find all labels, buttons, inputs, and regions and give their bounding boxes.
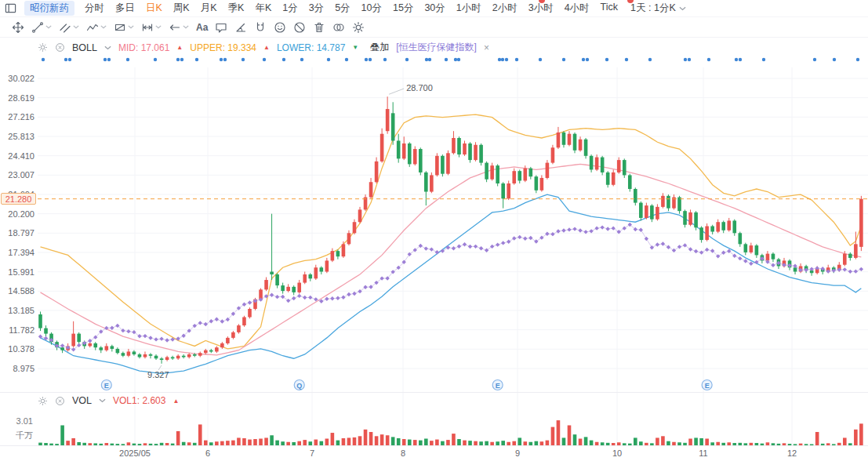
- event-dot[interactable]: [735, 58, 738, 61]
- comment-tool[interactable]: [215, 21, 227, 34]
- event-dot[interactable]: [220, 58, 223, 61]
- ban-tool[interactable]: [293, 21, 306, 34]
- period-tab-月K[interactable]: 月K: [201, 2, 217, 15]
- event-dot[interactable]: [505, 58, 508, 61]
- event-dot[interactable]: [405, 58, 409, 61]
- event-dot[interactable]: [107, 58, 111, 61]
- event-dot[interactable]: [176, 58, 180, 61]
- period-tab-1小时[interactable]: 1小时: [456, 2, 481, 15]
- period-tab-5分[interactable]: 5分: [335, 2, 350, 15]
- emoji-tool[interactable]: [274, 21, 286, 34]
- period-tab-季K[interactable]: 季K: [228, 2, 245, 15]
- event-dot[interactable]: [369, 58, 372, 61]
- period-tab-3分[interactable]: 3分: [309, 2, 324, 15]
- overlay-remove-icon[interactable]: ×: [484, 42, 489, 53]
- volume-bar: [854, 430, 858, 445]
- compare-tool[interactable]: [332, 21, 345, 34]
- layout-panel-icon[interactable]: [5, 2, 16, 14]
- event-dot[interactable]: [684, 58, 687, 61]
- period-tab-Tick[interactable]: Tick: [601, 2, 618, 15]
- event-dot[interactable]: [242, 58, 245, 61]
- event-dot[interactable]: [648, 58, 652, 61]
- event-dot[interactable]: [365, 58, 368, 61]
- magnet-tool[interactable]: [254, 21, 267, 34]
- channel-tool[interactable]: [59, 21, 79, 34]
- period-tab-年K[interactable]: 年K: [255, 2, 271, 15]
- arrow-tool[interactable]: [169, 21, 189, 34]
- period-tab-10分[interactable]: 10分: [361, 2, 382, 15]
- overlay-index-link[interactable]: [恒生医疗保健指数]: [396, 41, 477, 54]
- event-dot[interactable]: [428, 58, 431, 61]
- period-tab-15分[interactable]: 15分: [393, 2, 413, 15]
- event-dot[interactable]: [445, 58, 448, 61]
- event-dot[interactable]: [625, 58, 628, 61]
- angle-tool[interactable]: [234, 21, 247, 34]
- vol-label[interactable]: VOL: [72, 395, 92, 406]
- period-tab-3小时[interactable]: 3小时: [528, 2, 554, 15]
- move-tool[interactable]: [12, 21, 24, 34]
- text-tool[interactable]: Aa: [196, 22, 208, 33]
- event-dot[interactable]: [68, 58, 71, 61]
- event-dot[interactable]: [282, 58, 285, 61]
- event-dot[interactable]: [688, 58, 691, 61]
- settings-tool[interactable]: [352, 21, 365, 34]
- event-dot[interactable]: [562, 58, 565, 61]
- period-tab-2小时[interactable]: 2小时: [492, 2, 518, 15]
- period-tab-30分[interactable]: 30分: [424, 2, 445, 15]
- event-dot[interactable]: [195, 58, 198, 61]
- period-tab-日K[interactable]: 日K: [146, 2, 162, 15]
- vol-close-icon[interactable]: [55, 396, 65, 406]
- event-dot[interactable]: [223, 58, 227, 61]
- event-dot[interactable]: [327, 58, 330, 61]
- event-dot[interactable]: [707, 58, 710, 61]
- event-dot[interactable]: [856, 58, 859, 61]
- event-dot[interactable]: [605, 58, 608, 61]
- event-dot[interactable]: [515, 58, 518, 61]
- kline-interval-selector[interactable]: 1天 : 1分K: [630, 2, 686, 15]
- period-tab-周K[interactable]: 周K: [173, 2, 190, 15]
- boll-label[interactable]: BOLL: [72, 42, 97, 53]
- shape-tool[interactable]: [114, 21, 134, 34]
- event-dot[interactable]: [454, 58, 457, 61]
- event-dot[interactable]: [154, 58, 157, 61]
- trash-tool[interactable]: [313, 21, 325, 34]
- event-dot[interactable]: [42, 58, 45, 61]
- trendline-tool[interactable]: [31, 21, 52, 34]
- event-dot[interactable]: [501, 58, 504, 61]
- y-axis-label: 14.588: [2, 286, 35, 296]
- volume-bar: [408, 440, 412, 445]
- event-dot[interactable]: [300, 58, 303, 61]
- event-dot[interactable]: [425, 58, 428, 61]
- period-tab-1分[interactable]: 1分: [282, 2, 297, 15]
- event-dot[interactable]: [833, 58, 836, 61]
- event-dot[interactable]: [383, 58, 387, 61]
- period-tab-分时[interactable]: 分时: [85, 2, 104, 15]
- boll-settings-icon[interactable]: [38, 42, 48, 53]
- vol-settings-icon[interactable]: [38, 396, 48, 406]
- event-dot[interactable]: [64, 58, 67, 61]
- event-dot[interactable]: [762, 58, 765, 61]
- candlestick-chart[interactable]: [38, 67, 868, 392]
- volume-bar: [843, 437, 847, 445]
- event-dot[interactable]: [457, 58, 460, 61]
- event-dot[interactable]: [498, 58, 501, 61]
- overlay-button[interactable]: 叠加: [370, 41, 389, 54]
- period-tab-多日[interactable]: 多日: [115, 2, 135, 15]
- event-dot[interactable]: [263, 58, 266, 61]
- boll-close-icon[interactable]: [55, 42, 65, 53]
- event-dot[interactable]: [813, 58, 816, 61]
- wave-tool[interactable]: [86, 21, 107, 34]
- period-tab-4小时[interactable]: 4小时: [565, 2, 590, 15]
- y-axis-label: 15.991: [2, 267, 35, 277]
- event-dot[interactable]: [582, 58, 585, 61]
- event-dot[interactable]: [739, 58, 742, 61]
- event-dot[interactable]: [104, 58, 107, 61]
- event-dot[interactable]: [539, 58, 542, 61]
- event-dot[interactable]: [345, 58, 348, 61]
- event-dot[interactable]: [126, 58, 129, 61]
- stock-name-tab[interactable]: 昭衍新药: [24, 1, 74, 16]
- event-dot[interactable]: [180, 58, 183, 61]
- measure-tool[interactable]: [141, 21, 162, 34]
- event-dot[interactable]: [586, 58, 589, 61]
- chevron-down-icon: [679, 6, 686, 11]
